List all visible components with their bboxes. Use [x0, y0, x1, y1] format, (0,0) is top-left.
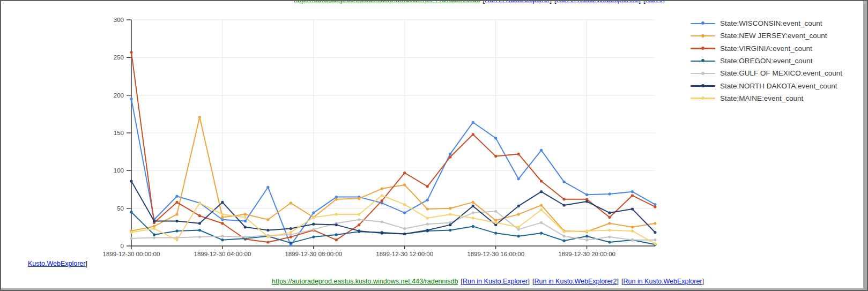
bracket-close: ]	[528, 278, 530, 285]
data-point	[563, 230, 566, 233]
data-point	[198, 202, 201, 204]
legend-item[interactable]: State:NORTH DAKOTA:event_count	[691, 79, 842, 92]
y-tick-label: 150	[114, 130, 124, 136]
data-point	[494, 155, 497, 158]
run-in-link[interactable]: Kusto.WebExplorer	[28, 260, 85, 267]
data-point	[381, 232, 383, 235]
data-point	[426, 199, 429, 202]
data-point	[175, 229, 178, 232]
data-point	[221, 213, 224, 215]
data-point	[426, 185, 429, 188]
data-point	[153, 220, 155, 222]
series-line	[131, 211, 655, 240]
data-point	[221, 238, 224, 241]
legend-dot	[701, 59, 704, 62]
legend-dot	[701, 72, 704, 75]
data-point	[472, 201, 474, 204]
series-line	[131, 212, 655, 245]
legend-item[interactable]: State:VIRGINIA:event_count	[691, 42, 842, 55]
data-point	[608, 241, 611, 243]
data-point	[449, 155, 451, 158]
data-point	[335, 238, 338, 241]
data-point	[563, 235, 566, 237]
run-in-link[interactable]: Run in Kusto.Explorer	[463, 278, 528, 285]
data-point	[472, 217, 474, 219]
data-point	[449, 213, 451, 215]
data-point	[426, 223, 429, 226]
data-point	[403, 203, 406, 206]
data-point	[449, 229, 451, 232]
data-point	[608, 216, 611, 219]
data-point	[221, 201, 224, 204]
legend-item[interactable]: State:OREGON:event_count	[691, 55, 842, 67]
legend-line-icon	[691, 95, 715, 101]
data-point	[358, 213, 360, 215]
data-point	[312, 236, 315, 238]
x-tick-label: 1899-12-30 20:00:00	[558, 251, 615, 257]
data-point	[153, 236, 155, 239]
data-point	[198, 116, 201, 118]
line-chart: 0501001502002503001899-12-30 00:00:00189…	[0, 0, 676, 268]
data-point	[266, 218, 269, 221]
data-point	[563, 181, 566, 183]
data-point	[472, 133, 474, 136]
data-point	[608, 192, 611, 195]
data-point	[335, 198, 338, 200]
data-point	[540, 180, 543, 182]
data-point	[175, 195, 178, 198]
y-tick-label: 100	[114, 167, 124, 174]
y-tick-label: 300	[114, 17, 124, 23]
y-tick-label: 0	[121, 243, 124, 249]
run-in-link[interactable]: Run in Kusto.WebExplorer2	[535, 278, 617, 285]
data-point	[266, 236, 269, 238]
x-tick-label: 1899-12-30 00:00:00	[103, 251, 160, 257]
data-point	[494, 210, 497, 213]
cluster-url-link[interactable]: https://autoradeprod.eastus.kusto.window…	[272, 278, 458, 285]
data-point	[494, 221, 497, 224]
chart-canvas: 0501001502002503001899-12-30 00:00:00189…	[0, 0, 676, 268]
legend-item[interactable]: State:MAINE:event_count	[691, 92, 842, 105]
data-point	[312, 223, 315, 226]
data-point	[266, 186, 269, 189]
legend-dot	[701, 84, 704, 87]
legend-label: State:GULF OF MEXICO:event_count	[720, 69, 842, 77]
data-point	[381, 188, 383, 190]
data-point	[472, 225, 474, 228]
legend-item[interactable]: State:NEW JERSEY:event_count	[691, 29, 842, 42]
data-point	[130, 237, 132, 240]
data-point	[175, 220, 178, 222]
data-point	[585, 238, 588, 241]
data-point	[358, 197, 360, 200]
data-point	[175, 201, 178, 204]
data-point	[266, 229, 269, 232]
legend-line-icon	[691, 83, 715, 88]
data-point	[130, 231, 132, 234]
data-point	[335, 223, 338, 226]
x-tick-label: 1899-12-30 12:00:00	[376, 251, 433, 257]
data-point	[358, 223, 360, 226]
legend-item[interactable]: State:GULF OF MEXICO:event_count	[691, 67, 842, 79]
series-line	[131, 99, 655, 245]
data-point	[198, 214, 201, 217]
data-point	[540, 208, 543, 211]
bracket-close: ]	[702, 278, 704, 285]
data-point	[517, 153, 520, 155]
data-point	[631, 229, 634, 232]
data-point	[631, 194, 634, 197]
data-point	[153, 227, 155, 230]
data-point	[381, 220, 383, 223]
data-point	[244, 226, 247, 228]
legend-label: State:VIRGINIA:event_count	[720, 44, 812, 53]
legend-dot	[701, 34, 704, 38]
data-point	[198, 236, 201, 238]
data-point	[130, 211, 132, 213]
data-point	[130, 51, 132, 54]
run-in-link[interactable]: Run in Kusto.WebExplorer	[624, 278, 702, 285]
data-point	[153, 233, 155, 236]
data-point	[449, 153, 451, 155]
legend-item[interactable]: State:WISCONSIN:event_count	[691, 17, 842, 29]
y-tick-label: 250	[114, 54, 124, 61]
data-point	[221, 216, 224, 219]
data-point	[358, 218, 360, 221]
data-point	[403, 212, 406, 214]
